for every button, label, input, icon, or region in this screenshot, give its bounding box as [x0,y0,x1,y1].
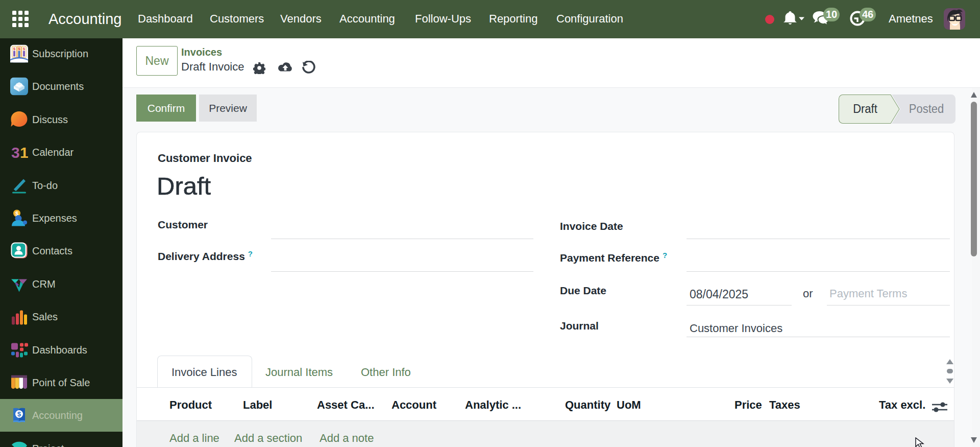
svg-text:Posted: Posted [909,103,944,116]
svg-text:$: $ [13,46,16,51]
svg-text:Draft: Draft [853,103,877,116]
svg-text:3: 3 [11,144,20,161]
svg-text:$: $ [17,410,21,418]
svg-text:$: $ [18,46,20,51]
svg-text:1: 1 [20,144,28,161]
svg-text:$: $ [23,46,26,51]
